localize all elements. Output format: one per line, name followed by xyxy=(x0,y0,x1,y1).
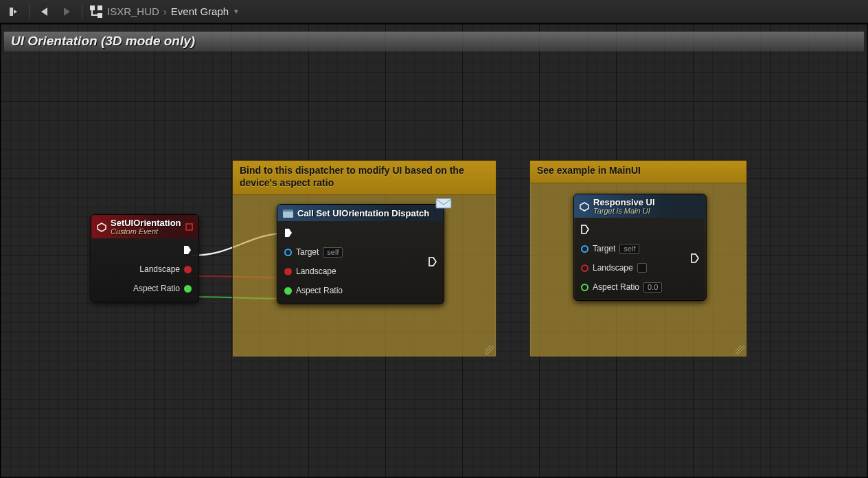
comment-title[interactable]: See example in MainUI xyxy=(530,161,746,183)
svg-rect-8 xyxy=(436,198,451,208)
blueprint-icon xyxy=(89,5,103,19)
svg-rect-5 xyxy=(98,5,102,10)
landscape-out-pin[interactable]: Landscape xyxy=(139,263,192,275)
landscape-in-pin[interactable]: Landscape xyxy=(284,265,343,277)
svg-marker-7 xyxy=(98,223,106,231)
svg-rect-4 xyxy=(90,5,95,10)
breadcrumb-graph[interactable]: Event Graph xyxy=(171,5,229,17)
section-title: UI Orientation (3D mode only) xyxy=(11,34,195,49)
aspect-ratio-in-pin[interactable]: Aspect Ratio xyxy=(284,284,343,297)
aspect-ratio-in-pin[interactable]: Aspect Ratio 0.0 xyxy=(581,281,662,293)
node-title-text: SetUIOrientation xyxy=(111,218,181,228)
envelope-icon xyxy=(435,196,452,209)
node-title: SetUIOrientation Custom Event xyxy=(91,215,198,238)
target-self-chip: self xyxy=(619,244,639,254)
node-title: Call Set UIOrientation Dispatch xyxy=(277,205,444,221)
breadcrumb: ISXR_HUD › Event Graph ▾ xyxy=(107,5,238,17)
node-subtitle: Target is Main UI xyxy=(593,207,655,215)
float-default-value[interactable]: 0.0 xyxy=(643,282,662,293)
svg-marker-2 xyxy=(41,8,47,16)
target-self-chip: self xyxy=(323,247,343,258)
delegate-pin[interactable] xyxy=(185,223,193,231)
node-subtitle: Custom Event xyxy=(111,227,181,236)
chevron-down-icon[interactable]: ▾ xyxy=(234,7,238,16)
node-title-text: Call Set UIOrientation Dispatch xyxy=(297,208,429,218)
exec-in-pin[interactable] xyxy=(284,227,343,239)
node-set-ui-orientation[interactable]: SetUIOrientation Custom Event Landscape xyxy=(91,214,199,302)
event-hex-icon xyxy=(580,202,589,212)
node-call-dispatch[interactable]: Call Set UIOrientation Dispatch Target s… xyxy=(277,204,444,304)
svg-marker-3 xyxy=(64,8,70,16)
graph-canvas[interactable]: UI Orientation (3D mode only) Bind to th… xyxy=(0,23,868,478)
resize-handle[interactable] xyxy=(485,345,494,355)
node-title: Responsive UI Target is Main UI xyxy=(574,194,706,218)
exec-out-pin[interactable] xyxy=(429,255,437,268)
node-responsive-ui[interactable]: Responsive UI Target is Main UI Target s… xyxy=(573,194,707,301)
chevron-right-icon: › xyxy=(163,5,167,17)
toolbar-separator xyxy=(29,4,30,19)
toolbar: ISXR_HUD › Event Graph ▾ xyxy=(0,0,868,23)
exec-out-pin[interactable] xyxy=(691,252,699,264)
target-in-pin[interactable]: Target self xyxy=(284,246,343,258)
node-title-text: Responsive UI xyxy=(593,198,655,207)
resize-handle[interactable] xyxy=(735,345,745,355)
svg-marker-11 xyxy=(580,203,589,211)
svg-rect-0 xyxy=(10,8,13,16)
bool-default-checkbox[interactable] xyxy=(637,263,647,273)
aspect-ratio-out-pin[interactable]: Aspect Ratio xyxy=(133,282,192,295)
event-hex-icon xyxy=(97,223,106,232)
exec-in-pin[interactable] xyxy=(581,223,662,236)
tab-menu-button[interactable] xyxy=(4,3,23,21)
svg-rect-10 xyxy=(283,209,293,212)
section-header: UI Orientation (3D mode only) xyxy=(3,31,865,52)
landscape-in-pin[interactable]: Landscape xyxy=(581,262,662,274)
svg-marker-1 xyxy=(14,10,17,14)
comment-title[interactable]: Bind to this dispatcher to modify UI bas… xyxy=(233,161,496,195)
nav-back-button[interactable] xyxy=(35,3,54,21)
nav-forward-button[interactable] xyxy=(57,3,76,21)
target-in-pin[interactable]: Target self xyxy=(581,242,662,255)
exec-out-pin[interactable] xyxy=(183,244,192,256)
toolbar-separator xyxy=(82,4,82,19)
breadcrumb-blueprint[interactable]: ISXR_HUD xyxy=(107,5,159,17)
svg-rect-6 xyxy=(98,13,102,18)
function-icon xyxy=(283,209,293,218)
